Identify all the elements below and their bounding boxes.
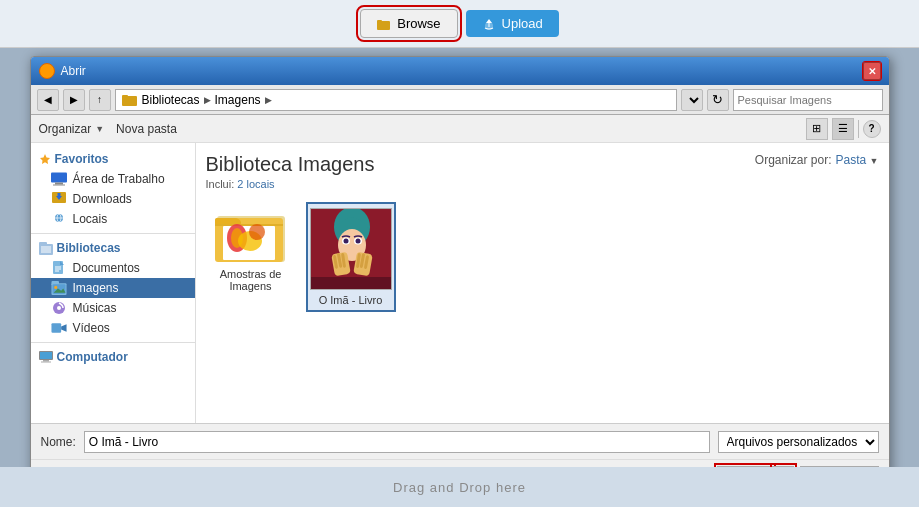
video-icon [51, 321, 67, 335]
divider [858, 120, 859, 138]
folder-label: Amostras de Imagens [210, 268, 292, 292]
sidebar-item-downloads[interactable]: Downloads [31, 189, 195, 209]
toolbar-right: ⊞ ☰ ? [806, 118, 881, 140]
sidebar-item-musicas[interactable]: Músicas [31, 298, 195, 318]
svg-rect-1 [377, 20, 382, 23]
svg-rect-35 [43, 360, 49, 362]
sidebar-section-computador[interactable]: Computador [31, 347, 195, 367]
dialog-title: Abrir [61, 64, 86, 78]
svg-rect-34 [40, 352, 52, 359]
svg-point-59 [355, 239, 360, 244]
library-title: Biblioteca Imagens [206, 153, 375, 176]
dialog-icon [39, 63, 55, 79]
up-button[interactable]: ↑ [89, 89, 111, 111]
address-path[interactable]: Bibliotecas ▶ Imagens ▶ [115, 89, 677, 111]
svg-rect-31 [51, 323, 61, 333]
upload-button[interactable]: Upload [466, 10, 559, 37]
book-cover-thumb [310, 208, 392, 290]
dialog-toolbar: Organizar ▼ Nova pasta ⊞ ☰ ? [31, 115, 889, 143]
dialog-overlay: Abrir ✕ ◀ ▶ ↑ Bibliotecas ▶ Imagens ▶ [0, 48, 919, 507]
help-button[interactable]: ? [863, 120, 881, 138]
back-button[interactable]: ◀ [37, 89, 59, 111]
images-icon [51, 281, 67, 295]
view-button-1[interactable]: ⊞ [806, 118, 828, 140]
file-area-header: Biblioteca Imagens Inclui: 2 locais Orga… [206, 153, 879, 190]
documents-icon [51, 261, 67, 275]
search-box[interactable] [733, 89, 883, 111]
refresh-button[interactable]: ↻ [707, 89, 729, 111]
sidebar-item-imagens[interactable]: Imagens [31, 278, 195, 298]
open-file-dialog: Abrir ✕ ◀ ▶ ↑ Bibliotecas ▶ Imagens ▶ [30, 56, 890, 496]
bottom-bar: Nome: Arquivos personalizados [31, 423, 889, 459]
library-includes-link[interactable]: 2 locais [237, 178, 274, 190]
name-label: Nome: [41, 435, 76, 449]
sidebar-item-videos[interactable]: Vídeos [31, 318, 195, 338]
close-button[interactable]: ✕ [863, 62, 881, 80]
svg-point-27 [54, 286, 57, 289]
file-item-folder[interactable]: Amostras de Imagens [206, 202, 296, 312]
search-input[interactable] [738, 94, 876, 106]
organize-by: Organizar por: Pasta ▼ [755, 153, 879, 167]
folder-path-icon [122, 93, 138, 107]
path-dropdown[interactable]: ▼ [681, 89, 703, 111]
svg-rect-60 [311, 277, 392, 290]
svg-rect-36 [41, 362, 51, 363]
upload-icon [482, 17, 496, 31]
svg-point-58 [343, 239, 348, 244]
svg-marker-7 [40, 154, 50, 164]
image-label: O Imã - Livro [319, 294, 383, 306]
sidebar-item-documentos[interactable]: Documentos [31, 258, 195, 278]
music-icon [51, 301, 67, 315]
file-item-image[interactable]: O Imã - Livro [306, 202, 396, 312]
files-grid: Amostras de Imagens [206, 198, 879, 312]
sidebar-item-area-trabalho[interactable]: Área de Trabalho [31, 169, 195, 189]
downloads-icon [51, 192, 67, 206]
folder-file-icon [215, 206, 287, 264]
svg-marker-32 [61, 324, 66, 332]
view-button-2[interactable]: ☰ [832, 118, 854, 140]
new-folder-button[interactable]: Nova pasta [116, 122, 177, 136]
folder-icon [377, 18, 391, 30]
svg-rect-18 [41, 246, 51, 253]
organize-button[interactable]: Organizar ▼ [39, 122, 105, 136]
title-bar: Abrir ✕ [31, 57, 889, 85]
sidebar-section-bibliotecas[interactable]: Bibliotecas [31, 238, 195, 258]
star-icon [39, 153, 51, 165]
svg-rect-10 [53, 185, 65, 186]
library-icon [39, 242, 53, 255]
title-bar-left: Abrir [39, 63, 86, 79]
file-name-input[interactable] [84, 431, 710, 453]
computer-icon [39, 351, 53, 363]
toolbar-left: Organizar ▼ Nova pasta [39, 122, 177, 136]
forward-button[interactable]: ▶ [63, 89, 85, 111]
sidebar-divider-2 [31, 342, 195, 343]
main-content: Favoritos Área de Trabalho [31, 143, 889, 423]
sidebar-section-favoritos[interactable]: Favoritos [31, 149, 195, 169]
svg-rect-4 [122, 95, 128, 98]
svg-rect-17 [39, 242, 47, 246]
file-type-select[interactable]: Arquivos personalizados [718, 431, 879, 453]
svg-rect-8 [51, 173, 67, 183]
sidebar-divider-1 [31, 233, 195, 234]
svg-point-44 [249, 224, 265, 240]
address-bar: ◀ ▶ ↑ Bibliotecas ▶ Imagens ▶ ▼ ↻ [31, 85, 889, 115]
svg-rect-39 [215, 224, 283, 226]
svg-rect-9 [55, 183, 63, 185]
file-area: Biblioteca Imagens Inclui: 2 locais Orga… [196, 143, 889, 423]
organize-by-link[interactable]: Pasta ▼ [836, 153, 879, 167]
top-toolbar: Browse Upload [0, 0, 919, 48]
desktop-icon [51, 172, 67, 186]
svg-point-30 [57, 306, 61, 310]
locais-icon [51, 212, 67, 226]
browse-button[interactable]: Browse [360, 9, 457, 38]
drag-drop-area[interactable]: Drag and Drop here [0, 467, 919, 507]
sidebar-item-locais[interactable]: Locais [31, 209, 195, 229]
sidebar: Favoritos Área de Trabalho [31, 143, 196, 423]
library-sub: Inclui: 2 locais [206, 178, 375, 190]
